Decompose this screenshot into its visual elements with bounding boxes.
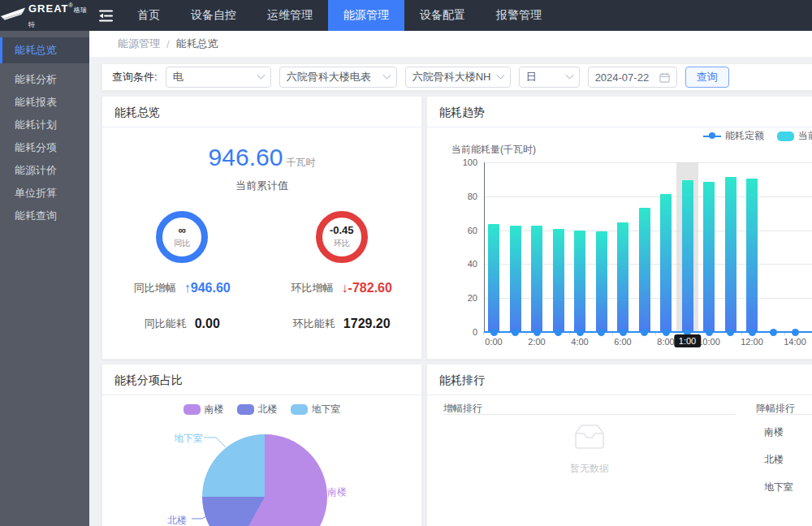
ranking-down-item-0[interactable]: 南楼 <box>764 425 784 439</box>
date-picker[interactable]: 2024-07-22 <box>588 67 677 88</box>
quota-dot-12:00 <box>749 329 756 336</box>
overview-total-value: 946.60 <box>209 144 283 170</box>
legend-label: 北楼 <box>258 403 278 416</box>
nav-item-5[interactable]: 报警管理 <box>481 0 557 31</box>
chevron-down-icon <box>257 71 265 79</box>
mom-column: -0.45 环比 环比增幅 ↓-782.60 环比能耗 1729.20 <box>262 211 422 331</box>
sidebar-item-2[interactable]: 能耗报表 <box>0 91 89 114</box>
trend-panel: 能耗趋势 能耗定额当前能耗 当前能耗量(千瓦时) 0204060801000:0… <box>426 96 812 360</box>
bar-10:00[interactable] <box>703 182 715 332</box>
bar-11:00[interactable] <box>725 177 736 332</box>
mom-growth-row: 环比增幅 ↓-782.60 <box>292 281 392 295</box>
breakdown-pie[interactable] <box>202 434 327 526</box>
mom-growth-value: ↓-782.60 <box>342 281 392 295</box>
nav-item-3[interactable]: 能源管理 <box>328 0 404 31</box>
date-value: 2024-07-22 <box>595 71 659 84</box>
nav-item-2[interactable]: 运维管理 <box>252 0 328 31</box>
bar-0:00[interactable] <box>488 224 499 332</box>
calendar-icon <box>659 72 670 83</box>
query-select-value-0: 电 <box>173 70 253 84</box>
breakdown-legend: 南楼北楼地下室 <box>102 403 421 416</box>
yoy-ring-label: 同比 <box>174 238 190 249</box>
y-tick-100: 100 <box>453 157 477 167</box>
mom-energy-label: 环比能耗 <box>293 317 335 331</box>
x-tick-0:00: 0:00 <box>485 337 502 347</box>
yoy-column: ∞ 同比 同比增幅 ↑946.60 同比能耗 0.00 <box>102 211 262 331</box>
overview-caption: 当前累计值 <box>102 179 421 193</box>
overview-total-unit: 千瓦时 <box>286 157 315 168</box>
ranking-empty-text: 暂无数据 <box>570 462 609 476</box>
query-select-3[interactable]: 日 <box>519 67 580 88</box>
trend-chart[interactable]: 0204060801000:002:004:006:008:0010:0012:… <box>427 97 812 360</box>
chevron-down-icon <box>382 71 391 79</box>
query-select-1[interactable]: 六院骨科大楼电表 <box>279 67 397 88</box>
bar-2:00[interactable] <box>531 226 542 332</box>
sidebar-fold-icon[interactable] <box>89 0 122 31</box>
pie-label-basement: 地下室 <box>174 432 203 446</box>
bar-12:00[interactable] <box>746 179 758 332</box>
ranking-down-divider <box>756 414 812 415</box>
yoy-ring-value: ∞ <box>179 225 186 236</box>
mom-energy-row: 环比能耗 1729.20 <box>293 317 391 331</box>
sidebar-item-3[interactable]: 能耗计划 <box>0 114 89 136</box>
breakdown-title: 能耗分项占比 <box>102 364 421 395</box>
quota-dot-2:00 <box>533 329 541 336</box>
x-tick-14:00: 14:00 <box>784 337 806 347</box>
ranking-panel: 能耗排行 增幅排行 降幅排行 暂无数据 南楼北楼地下室 <box>426 364 812 526</box>
breakdown-legend-item-0[interactable]: 南楼 <box>184 403 224 416</box>
legend-color-chip <box>291 404 308 415</box>
yoy-energy-label: 同比能耗 <box>145 317 187 331</box>
nav-item-4[interactable]: 设备配置 <box>404 0 481 31</box>
search-button[interactable]: 查询 <box>685 67 729 88</box>
ranking-title: 能耗排行 <box>427 364 812 395</box>
legend-label: 地下室 <box>312 403 341 416</box>
chevron-down-icon <box>565 71 573 79</box>
x-tick-12:00: 12:00 <box>741 337 763 347</box>
query-select-value-1: 六院骨科大楼电表 <box>287 70 379 84</box>
query-select-2[interactable]: 六院骨科大楼NH <box>405 67 511 88</box>
sidebar-item-1[interactable]: 能耗分析 <box>0 68 89 91</box>
overview-compare-grid: ∞ 同比 同比增幅 ↑946.60 同比能耗 0.00 -0.45 <box>102 211 421 331</box>
sidebar-item-5[interactable]: 能源计价 <box>0 159 89 182</box>
query-select-0[interactable]: 电 <box>166 67 271 88</box>
sidebar-item-0[interactable]: 能耗总览 <box>0 37 89 63</box>
brand-flag-icon <box>0 6 26 24</box>
y-tick-80: 80 <box>453 192 477 201</box>
breadcrumb-parent[interactable]: 能源管理 <box>118 37 160 51</box>
bar-5:00[interactable] <box>596 231 607 332</box>
sidebar-item-7[interactable]: 能耗查询 <box>0 205 89 227</box>
breakdown-legend-item-1[interactable]: 北楼 <box>237 403 278 416</box>
query-select-value-3: 日 <box>526 70 562 84</box>
nav-item-0[interactable]: 首页 <box>122 0 175 31</box>
bar-9:00[interactable] <box>682 180 693 332</box>
query-select-value-2: 六院骨科大楼NH <box>412 70 493 84</box>
quota-dot-14:00 <box>792 329 799 336</box>
bar-8:00[interactable] <box>660 194 672 332</box>
yoy-ring: ∞ 同比 <box>156 211 208 263</box>
sidebar-item-4[interactable]: 能耗分项 <box>0 136 89 159</box>
bar-1:00[interactable] <box>510 226 521 332</box>
bar-3:00[interactable] <box>553 229 564 332</box>
ranking-down-item-2[interactable]: 地下室 <box>764 481 793 494</box>
x-tick-10:00: 10:00 <box>698 337 720 347</box>
sidebar: 能耗总览能耗分析能耗报表能耗计划能耗分项能源计价单位折算能耗查询 <box>0 31 89 526</box>
breadcrumb-current[interactable]: 能耗总览 <box>176 37 218 51</box>
quota-dot-10:00 <box>706 329 713 336</box>
overview-panel: 能耗总览 946.60千瓦时 当前累计值 ∞ 同比 同比增幅 ↑946.60 同… <box>102 96 422 360</box>
yoy-growth-value: ↑946.60 <box>184 281 231 295</box>
sidebar-item-6[interactable]: 单位折算 <box>0 182 89 205</box>
mom-ring-label: 环比 <box>334 238 350 249</box>
yoy-energy-value: 0.00 <box>195 317 220 331</box>
bar-7:00[interactable] <box>639 208 650 332</box>
ranking-down-item-1[interactable]: 北楼 <box>764 453 784 467</box>
x-tick-4:00: 4:00 <box>571 337 588 347</box>
mom-ring-value: -0.45 <box>330 225 354 236</box>
empty-box-icon <box>571 421 608 452</box>
overview-title: 能耗总览 <box>102 97 421 127</box>
bar-6:00[interactable] <box>617 222 628 332</box>
breakdown-legend-item-2[interactable]: 地下室 <box>291 403 341 416</box>
mom-ring: -0.45 环比 <box>316 211 368 263</box>
bar-4:00[interactable] <box>574 231 585 332</box>
gridline-80 <box>484 196 812 197</box>
nav-item-1[interactable]: 设备自控 <box>175 0 252 31</box>
